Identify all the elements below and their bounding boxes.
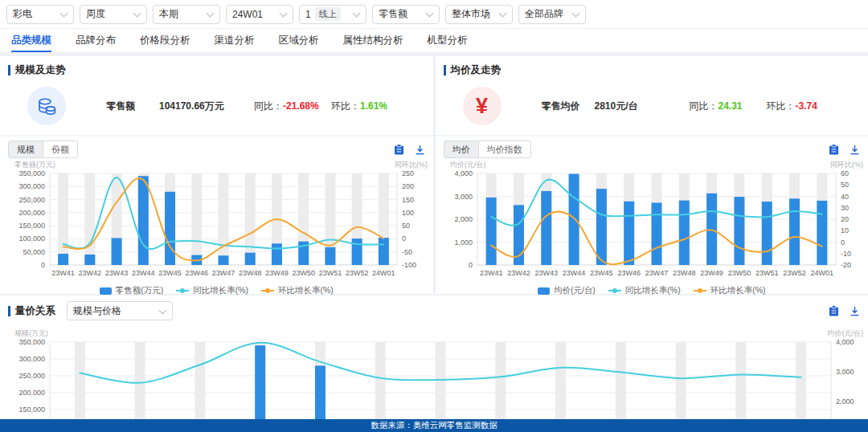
report-icon[interactable]: [829, 144, 839, 155]
filter-select-week[interactable]: 24W01: [226, 5, 293, 24]
tab-model-analysis[interactable]: 机型分析: [428, 29, 468, 52]
price-panel-header: 均价及走势: [436, 56, 868, 77]
main-panels: 规模及走势 零售额 104170.66万元 同比：-21.68% 环比：1.61…: [0, 56, 868, 294]
svg-text:4,000: 4,000: [836, 338, 854, 346]
tab-price-band-analysis[interactable]: 价格段分析: [140, 29, 190, 52]
svg-text:23W47: 23W47: [212, 269, 235, 277]
filter-bar: 彩电 周度 本期 24W01 1 线上 零售额 整体市场 全部品牌: [0, 0, 868, 29]
filter-select-frequency[interactable]: 周度: [80, 5, 147, 24]
scale-chart-legend: 零售额(万元)同比增长率(%)环比增长率(%): [0, 283, 433, 298]
yuan-icon: ¥: [463, 87, 502, 125]
svg-text:23W42: 23W42: [507, 269, 530, 277]
report-icon[interactable]: [829, 305, 839, 316]
filter-select-category[interactable]: 彩电: [6, 5, 74, 24]
scale-toggle-1[interactable]: 份额: [43, 141, 78, 158]
legend-item-2[interactable]: 环比增长率(%): [694, 285, 766, 296]
svg-text:24W01: 24W01: [810, 269, 833, 277]
volume-price-select[interactable]: 规模与价格: [67, 301, 173, 320]
svg-text:23W44: 23W44: [562, 269, 585, 277]
svg-text:23W52: 23W52: [783, 269, 806, 277]
price-trend-chart: 01,0002,0003,0004,000-20-100102030405060…: [436, 159, 868, 283]
filter-select-market[interactable]: 整体市场: [445, 5, 513, 24]
legend-item-1[interactable]: 同比增长率(%): [608, 285, 681, 296]
svg-text:23W52: 23W52: [346, 269, 369, 277]
svg-text:2,000: 2,000: [836, 397, 854, 406]
svg-text:均价(元/台): 均价(元/台): [827, 329, 864, 337]
select-value: 整体市场: [452, 7, 490, 21]
chevron-down-icon: [572, 10, 579, 18]
data-source-footer: 数据来源：奥维云网零售监测数据: [0, 419, 868, 432]
tab-category-scale[interactable]: 品类规模: [11, 29, 51, 52]
scale-trend-chart: 050,000100,000150,000200,000250,000300,0…: [0, 159, 433, 283]
svg-text:23W51: 23W51: [319, 269, 342, 277]
select-tag: 线上: [315, 7, 341, 21]
svg-text:1,000: 1,000: [454, 238, 473, 247]
legend-item-0[interactable]: 均价(元/台): [538, 285, 596, 296]
kpi-yoy-value: -21.68%: [283, 100, 319, 112]
scale-trend-svg: 050,000100,000150,000200,000250,000300,0…: [0, 159, 432, 281]
download-icon[interactable]: [850, 145, 860, 155]
tab-brand-distribution[interactable]: 品牌分布: [76, 29, 116, 52]
volume-price-chart: 050,000100,000150,000200,000250,000300,0…: [0, 321, 868, 419]
legend-line-marker: [176, 290, 189, 291]
chevron-down-icon: [499, 10, 506, 18]
tab-bar: 品类规模品牌分布价格段分析渠道分析区域分析属性结构分析机型分析: [0, 29, 868, 53]
select-value: 本期: [159, 7, 178, 21]
svg-text:50,000: 50,000: [23, 248, 45, 256]
filter-select-metric[interactable]: 零售额: [372, 5, 440, 24]
tab-channel-analysis[interactable]: 渠道分析: [215, 29, 255, 52]
legend-item-2[interactable]: 环比增长率(%): [261, 285, 334, 296]
filter-select-period[interactable]: 本期: [153, 5, 220, 24]
scale-chart-toolbar: 规模份额: [0, 140, 433, 159]
svg-text:200,000: 200,000: [18, 209, 45, 217]
svg-text:23W51: 23W51: [755, 269, 778, 277]
select-value: 周度: [86, 7, 105, 21]
coins-icon: [27, 87, 66, 125]
svg-text:10: 10: [841, 226, 849, 234]
price-toggle-1[interactable]: 均价指数: [478, 141, 531, 158]
svg-text:4,000: 4,000: [454, 169, 473, 177]
chevron-down-icon: [159, 308, 166, 315]
legend-item-0[interactable]: 零售额(万元): [100, 285, 164, 296]
kpi-yoy-value: 24.31: [719, 100, 743, 112]
svg-text:-50: -50: [402, 248, 412, 256]
scale-toggle-0[interactable]: 规模: [8, 141, 43, 158]
panel-title: 量价关系: [15, 304, 55, 318]
legend-bar-marker: [538, 287, 550, 295]
chevron-down-icon: [426, 10, 433, 18]
svg-text:-10: -10: [841, 250, 851, 258]
svg-text:20: 20: [841, 215, 849, 223]
tab-region-analysis[interactable]: 区域分析: [279, 29, 319, 52]
download-icon[interactable]: [850, 306, 860, 316]
svg-text:3,000: 3,000: [836, 368, 854, 376]
svg-text:250: 250: [402, 169, 414, 177]
legend-line-marker: [608, 290, 621, 291]
tab-attribute-structure[interactable]: 属性结构分析: [343, 29, 403, 52]
download-icon[interactable]: [415, 145, 425, 155]
kpi-label: 零售额: [106, 100, 159, 113]
svg-text:200: 200: [402, 182, 414, 190]
select-value: 彩电: [13, 7, 32, 21]
kpi-yoy: 同比：24.31: [690, 100, 767, 113]
accent-bar: [8, 65, 10, 75]
price-trend-svg: 01,0002,0003,0004,000-20-100102030405060…: [436, 159, 868, 281]
svg-text:23W43: 23W43: [105, 269, 129, 277]
legend-label: 环比增长率(%): [278, 285, 334, 296]
svg-text:350,000: 350,000: [18, 338, 45, 346]
report-icon[interactable]: [394, 144, 404, 155]
svg-text:350,000: 350,000: [18, 169, 45, 177]
svg-text:100,000: 100,000: [18, 234, 45, 242]
legend-label: 环比增长率(%): [710, 285, 766, 296]
svg-text:150,000: 150,000: [18, 222, 45, 230]
legend-item-1[interactable]: 同比增长率(%): [176, 285, 248, 296]
filter-select-channel[interactable]: 1 线上: [299, 5, 366, 24]
price-toggle-group: 均价均价指数: [444, 141, 531, 158]
svg-text:规模(万元): 规模(万元): [14, 329, 48, 337]
price-toggle-0[interactable]: 均价: [444, 141, 479, 158]
legend-label: 同比增长率(%): [625, 285, 681, 296]
filter-select-brand[interactable]: 全部品牌: [518, 5, 586, 24]
legend-line-marker: [694, 290, 706, 291]
legend-label: 均价(元/台): [554, 285, 596, 296]
average-price-kpi: ¥ 零售均价 2810元/台 同比：24.31 环比：-3.74: [436, 77, 868, 135]
legend-bar-marker: [100, 287, 112, 295]
